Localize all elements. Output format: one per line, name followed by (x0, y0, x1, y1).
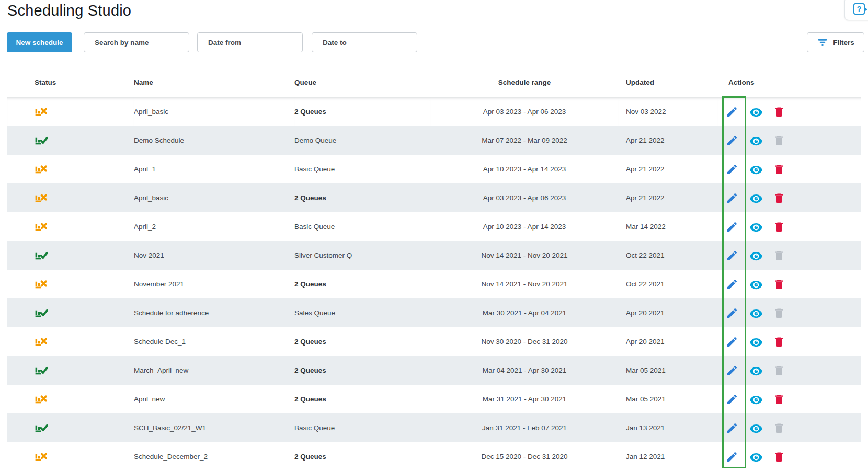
schedule-updated: Jan 13 2021 (619, 413, 718, 442)
eye-icon (749, 170, 763, 178)
table-row[interactable]: March_April_new2 QueuesMar 04 2021 - Apr… (7, 356, 861, 385)
schedule-queue: 2 Queues (294, 270, 430, 298)
schedule-range: Mar 07 2022 - Mar 09 2022 (430, 126, 619, 155)
view-button[interactable] (748, 162, 763, 177)
table-row[interactable]: November 20212 QueuesNov 14 2021 - Nov 2… (7, 270, 861, 298)
delete-button[interactable] (772, 162, 786, 177)
edit-button[interactable] (725, 248, 739, 263)
schedule-name: April_1 (134, 155, 294, 183)
delete-button (772, 306, 786, 320)
schedule-updated: Mar 14 2022 (619, 212, 718, 241)
delete-button[interactable] (772, 191, 786, 205)
trash-icon (773, 371, 785, 378)
edit-button[interactable] (725, 421, 739, 435)
delete-button[interactable] (772, 392, 786, 407)
view-button[interactable] (748, 392, 763, 407)
actions-cell (718, 327, 861, 356)
edit-button[interactable] (725, 162, 739, 177)
schedule-name: April_2 (134, 212, 294, 241)
status-published-icon (35, 420, 48, 434)
status-failed-icon (35, 392, 48, 405)
status-failed-icon (35, 277, 48, 290)
help-button[interactable]: ? (844, 0, 868, 20)
actions-cell (718, 126, 861, 155)
view-button[interactable] (748, 363, 763, 378)
schedule-name: April_basic (134, 97, 294, 127)
edit-button[interactable] (725, 191, 739, 205)
date-to-input[interactable] (312, 32, 417, 52)
schedule-name: Schedule Dec_1 (134, 327, 294, 356)
actions-cell (718, 212, 861, 241)
schedule-queue: 2 Queues (294, 442, 430, 471)
actions-cell (718, 270, 861, 298)
view-button[interactable] (748, 105, 763, 119)
edit-button[interactable] (725, 392, 739, 407)
table-row[interactable]: Schedule_December_22 QueuesDec 15 2020 -… (7, 442, 861, 471)
edit-button[interactable] (725, 335, 739, 349)
edit-button[interactable] (725, 133, 739, 148)
edit-button[interactable] (725, 306, 739, 320)
table-row[interactable]: SCH_Basic_02/21_W1Basic QueueJan 31 2021… (7, 413, 861, 442)
view-button[interactable] (748, 277, 763, 292)
schedule-name: Demo Schedule (134, 126, 294, 155)
table-row[interactable]: Schedule Dec_12 QueuesNov 30 2020 - Dec … (7, 327, 861, 356)
schedule-range: Apr 03 2023 - Apr 06 2023 (430, 183, 619, 212)
delete-button[interactable] (772, 277, 786, 292)
edit-button[interactable] (725, 220, 739, 234)
schedule-range: Nov 14 2021 - Nov 20 2021 (430, 241, 619, 270)
edit-button[interactable] (725, 450, 739, 464)
edit-button[interactable] (725, 105, 739, 119)
view-button[interactable] (748, 191, 763, 205)
table-row[interactable]: April_new2 QueuesMar 31 2021 - Apr 30 20… (7, 385, 861, 413)
view-button[interactable] (748, 335, 763, 349)
col-header-status: Status (7, 68, 134, 97)
schedule-queue: Basic Queue (294, 212, 430, 241)
edit-button[interactable] (725, 277, 739, 292)
search-input[interactable] (84, 32, 189, 52)
table-row[interactable]: April_1Basic QueueApr 10 2023 - Apr 14 2… (7, 155, 861, 183)
view-button[interactable] (748, 421, 763, 435)
view-button[interactable] (748, 220, 763, 234)
delete-button[interactable] (772, 335, 786, 349)
schedule-updated: Apr 21 2022 (619, 155, 718, 183)
view-button[interactable] (748, 133, 763, 148)
delete-button[interactable] (772, 220, 786, 234)
pencil-icon (726, 313, 738, 321)
view-button[interactable] (748, 306, 763, 320)
schedule-updated: Mar 05 2021 (619, 356, 718, 385)
trash-icon (773, 198, 785, 206)
help-icon: ? (853, 3, 865, 15)
date-from-input[interactable] (197, 32, 303, 52)
table-row[interactable]: Schedule for adherenceSales QueueMar 30 … (7, 298, 861, 327)
view-button[interactable] (748, 450, 763, 464)
col-header-name: Name (134, 68, 294, 97)
new-schedule-button[interactable]: New schedule (7, 32, 72, 52)
schedule-updated: Apr 20 2021 (619, 298, 718, 327)
eye-icon (749, 400, 763, 408)
status-published-icon (35, 133, 48, 146)
trash-icon (773, 313, 785, 321)
table-row[interactable]: Nov 2021Silver Customer QNov 14 2021 - N… (7, 241, 861, 270)
table-row[interactable]: April_basic2 QueuesApr 03 2023 - Apr 06 … (7, 183, 861, 212)
filters-button[interactable]: Filters (807, 32, 864, 52)
status-failed-icon (35, 162, 48, 175)
schedule-name: Schedule for adherence (134, 298, 294, 327)
table-row[interactable]: April_basic2 QueuesApr 03 2023 - Apr 06 … (7, 97, 861, 127)
edit-button[interactable] (725, 363, 739, 378)
table-row[interactable]: Demo ScheduleDemo QueueMar 07 2022 - Mar… (7, 126, 861, 155)
pencil-icon (726, 284, 738, 292)
schedule-queue: Sales Queue (294, 298, 430, 327)
table-row[interactable]: April_2Basic QueueApr 10 2023 - Apr 14 2… (7, 212, 861, 241)
table-header-row: Status Name Queue Schedule range Updated… (7, 68, 861, 97)
actions-cell (718, 183, 861, 212)
view-button[interactable] (748, 248, 763, 263)
delete-button[interactable] (772, 105, 786, 119)
schedule-queue: 2 Queues (294, 97, 430, 127)
pencil-icon (726, 399, 738, 407)
delete-button[interactable] (772, 450, 786, 464)
schedule-range: Jan 31 2021 - Feb 07 2021 (430, 413, 619, 442)
trash-icon (773, 112, 785, 120)
eye-icon (749, 429, 763, 437)
delete-button (772, 248, 786, 263)
col-header-range: Schedule range (430, 68, 619, 97)
